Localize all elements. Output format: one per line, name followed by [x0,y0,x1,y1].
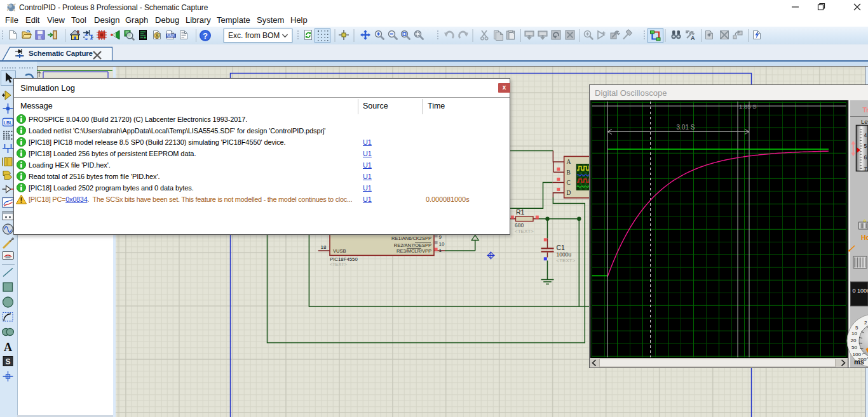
svg-text:Trigger: Trigger [863,106,868,114]
svg-text:4: 4 [864,132,867,138]
svg-text:D: D [567,190,571,196]
svg-text:C1: C1 [557,244,566,251]
svg-text:S: S [5,357,10,366]
svg-text:<TEXT>: <TEXT> [557,258,576,263]
svg-text:1.85 S: 1.85 S [739,103,756,110]
svg-text:7: 7 [864,166,867,172]
svg-text:18: 18 [321,244,327,250]
svg-text:5: 5 [855,325,858,331]
svg-text:0 100m: 0 100m [853,288,868,294]
svg-text:RE1/AN6/CK2SPP: RE1/AN6/CK2SPP [391,235,431,241]
svg-text:1: 1 [439,248,442,253]
svg-text:VUSB: VUSB [333,248,346,254]
svg-text:0518: 0518 [168,36,173,38]
svg-text:2: 2 [864,320,867,326]
svg-text:LBL: LBL [4,121,13,125]
svg-text:10: 10 [439,241,445,247]
svg-text:C: C [567,180,571,186]
svg-text:50: 50 [851,345,857,350]
svg-text:20: 20 [851,338,857,343]
svg-text:<TEXT>: <TEXT> [330,261,347,267]
svg-text:Exc. from BOM: Exc. from BOM [228,31,280,40]
svg-text:Level: Level [861,118,868,125]
svg-text:<TEXT>: <TEXT> [515,228,534,234]
svg-text:1000u: 1000u [557,251,572,258]
svg-text:?: ? [203,32,208,41]
svg-text:680: 680 [515,222,524,228]
svg-text:RE2/AN7/OESPP: RE2/AN7/OESPP [394,242,431,248]
svg-text:A: A [4,341,12,354]
svg-text:3.01 S: 3.01 S [677,124,695,131]
svg-text:ms: ms [854,358,864,366]
svg-text:9: 9 [439,234,442,240]
svg-text:6: 6 [864,154,867,161]
svg-text:A: A [691,35,695,41]
svg-text:$: $ [155,32,158,39]
svg-text:Horizontal: Horizontal [861,234,868,241]
svg-text:R1: R1 [516,208,525,216]
svg-text:5: 5 [864,143,867,149]
svg-text:RE3/MCLR/VPP: RE3/MCLR/VPP [397,248,431,254]
svg-text:Digital Oscilloscope: Digital Oscilloscope [595,88,667,98]
svg-text:10: 10 [851,331,857,336]
svg-text:B: B [567,169,571,176]
svg-text:A: A [567,159,571,165]
